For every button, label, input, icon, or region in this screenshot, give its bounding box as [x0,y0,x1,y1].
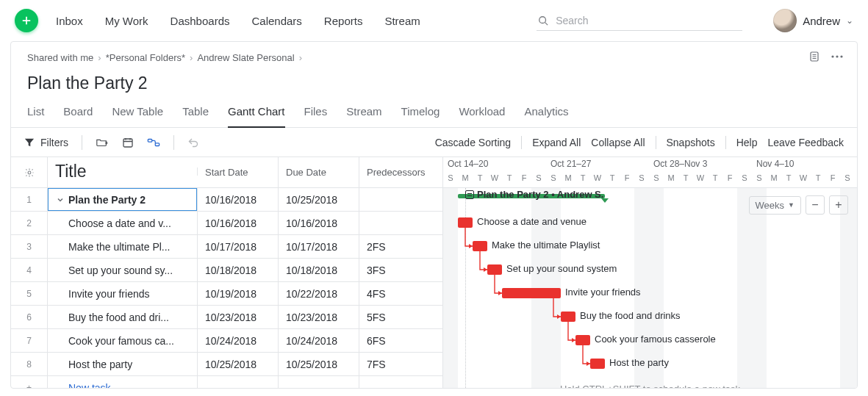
task-title-cell[interactable]: Choose a date and v... [48,212,198,234]
gantt-task-bar[interactable] [458,217,473,228]
predecessors-cell[interactable] [359,212,442,234]
predecessors-cell[interactable]: 2FS [359,235,442,258]
due-date-cell[interactable] [279,376,359,388]
breadcrumb-item[interactable]: *Personal Folders* [106,52,185,63]
collapse-caret-icon[interactable] [55,195,65,205]
start-date-cell[interactable]: 10/16/2018 [198,212,279,234]
nav-stream[interactable]: Stream [384,15,420,27]
user-menu[interactable]: Andrew ⌄ [773,9,853,32]
due-date-cell[interactable]: 10/17/2018 [279,235,359,258]
table-row[interactable]: 7Cook your famous ca...10/24/201810/24/2… [11,329,442,353]
due-date-cell[interactable]: 10/22/2018 [279,282,359,305]
undo-button[interactable] [187,137,199,148]
expand-folders-button[interactable] [96,137,109,148]
due-date-cell[interactable]: 10/16/2018 [279,212,359,234]
nav-my-work[interactable]: My Work [105,15,148,27]
new-task-row[interactable]: +New task [11,376,442,388]
tab-workload[interactable]: Workload [459,105,505,127]
tab-timelog[interactable]: Timelog [401,105,440,127]
task-title-cell[interactable]: Buy the food and dri... [48,306,198,328]
table-row[interactable]: 5Invite your friends10/19/201810/22/2018… [11,282,442,306]
due-date-cell[interactable]: 10/24/2018 [279,329,359,352]
gantt-task-bar[interactable] [502,288,561,298]
start-date-cell[interactable]: 10/17/2018 [198,235,279,258]
table-row[interactable]: 8Host the party10/25/201810/25/20187FS [11,353,442,376]
predecessors-cell[interactable]: 6FS [359,329,442,352]
create-button[interactable] [15,9,38,32]
table-row[interactable]: 2Choose a date and v...10/16/201810/16/2… [11,212,442,235]
gantt-task-bar[interactable] [487,264,502,275]
start-date-cell[interactable]: 10/16/2018 [198,188,279,211]
gantt-canvas[interactable]: Plan the Party 2 • Andrew S.Choose a dat… [443,188,857,388]
column-predecessors[interactable]: Predecessors [359,157,442,187]
table-row[interactable]: 4Set up your sound sy...10/18/201810/18/… [11,259,442,282]
search-field[interactable] [537,11,742,31]
dependencies-button[interactable] [147,137,160,148]
nav-calendars[interactable]: Calendars [251,15,301,27]
due-date-cell[interactable]: 10/25/2018 [279,353,359,375]
zoom-out-button[interactable]: − [806,195,825,215]
breadcrumb-item[interactable]: Andrew Slate Personal [197,52,294,63]
nav-dashboards[interactable]: Dashboards [171,15,230,27]
calendar-settings-button[interactable] [122,137,134,148]
task-title-cell[interactable]: Make the ultimate Pl... [48,235,198,258]
details-button[interactable] [808,51,820,62]
gantt-task-bar[interactable] [590,359,605,369]
tab-stream[interactable]: Stream [346,105,381,127]
predecessors-cell[interactable] [359,188,442,211]
task-title-cell[interactable]: Host the party [48,353,198,375]
task-title-cell[interactable]: Invite your friends [48,282,198,305]
zoom-in-button[interactable]: + [829,195,848,215]
snapshots-button[interactable]: Snapshots [667,137,715,148]
table-row[interactable]: 1Plan the Party 210/16/201810/25/2018 [11,188,442,212]
nav-inbox[interactable]: Inbox [56,15,83,27]
week-label: Oct 28–Nov 3 [653,159,707,169]
cascade-sorting-button[interactable]: Cascade Sorting [435,137,512,148]
task-title-cell[interactable]: Cook your famous ca... [48,329,198,352]
gantt-bar-label: Buy the food and drinks [580,310,681,321]
gantt-task-bar[interactable] [575,335,590,345]
table-row[interactable]: 3Make the ultimate Pl...10/17/201810/17/… [11,235,442,259]
grid-settings-button[interactable] [11,157,48,187]
tab-gantt[interactable]: Gantt Chart [228,105,285,128]
table-row[interactable]: 6Buy the food and dri...10/23/201810/23/… [11,306,442,329]
start-date-cell[interactable] [198,376,279,388]
start-date-cell[interactable]: 10/24/2018 [198,329,279,352]
tab-list[interactable]: List [27,105,44,127]
nav-reports[interactable]: Reports [324,15,363,27]
task-title-cell[interactable]: Set up your sound sy... [48,259,198,281]
column-due-date[interactable]: Due Date [279,157,359,187]
due-date-cell[interactable]: 10/18/2018 [279,259,359,281]
tab-analytics[interactable]: Analytics [524,105,568,127]
zoom-level-dropdown[interactable]: Weeks ▼ [749,196,801,215]
start-date-cell[interactable]: 10/19/2018 [198,282,279,305]
search-input[interactable] [554,14,741,27]
more-button[interactable] [831,51,844,62]
leave-feedback-button[interactable]: Leave Feedback [767,137,844,148]
breadcrumb-item[interactable]: Shared with me [27,52,93,63]
tab-table[interactable]: Table [182,105,209,127]
tab-newtable[interactable]: New Table [112,105,163,127]
predecessors-cell[interactable] [359,376,442,388]
task-title-cell[interactable]: Plan the Party 2 [48,188,198,211]
collapse-all-button[interactable]: Collapse All [591,137,645,148]
column-title[interactable]: Title [48,168,198,176]
start-date-cell[interactable]: 10/23/2018 [198,306,279,328]
help-button[interactable]: Help [736,137,758,148]
filters-button[interactable]: Filters [24,137,68,148]
gantt-task-bar[interactable] [561,312,575,322]
due-date-cell[interactable]: 10/25/2018 [279,188,359,211]
tab-files[interactable]: Files [304,105,328,127]
column-start-date[interactable]: Start Date [198,157,279,187]
start-date-cell[interactable]: 10/25/2018 [198,353,279,375]
start-date-cell[interactable]: 10/18/2018 [198,259,279,281]
new-task-cell[interactable]: New task [48,376,198,388]
predecessors-cell[interactable]: 7FS [359,353,442,375]
gantt-task-bar[interactable] [473,241,487,251]
predecessors-cell[interactable]: 5FS [359,306,442,328]
due-date-cell[interactable]: 10/23/2018 [279,306,359,328]
expand-all-button[interactable]: Expand All [532,137,581,148]
tab-board[interactable]: Board [63,105,93,127]
predecessors-cell[interactable]: 3FS [359,259,442,281]
predecessors-cell[interactable]: 4FS [359,282,442,305]
